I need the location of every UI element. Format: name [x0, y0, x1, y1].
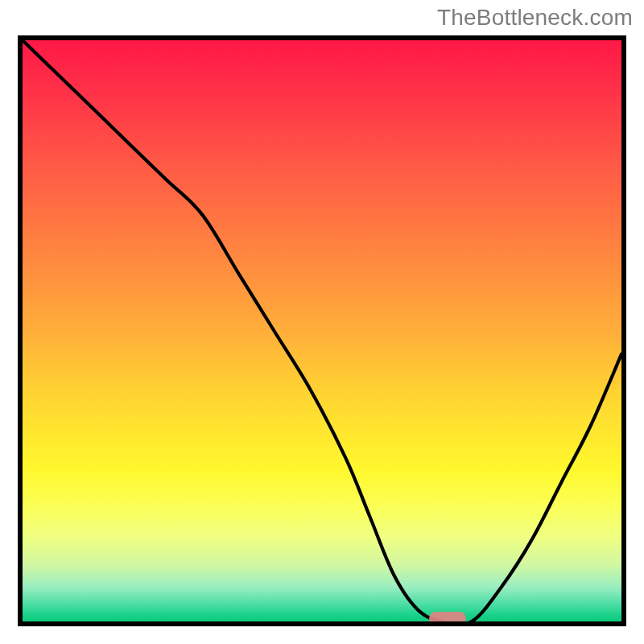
watermark-text: TheBottleneck.com [437, 5, 633, 31]
bottleneck-curve [23, 40, 621, 621]
chart-frame: TheBottleneck.com [0, 0, 644, 644]
minimum-marker [429, 612, 466, 625]
plot-area [18, 35, 626, 626]
